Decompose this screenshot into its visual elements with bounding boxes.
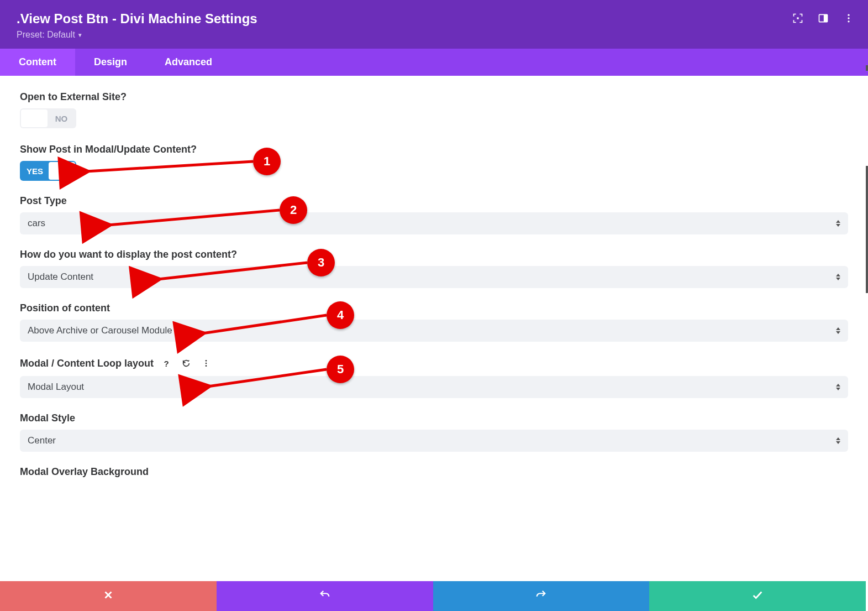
close-icon — [102, 589, 114, 603]
svg-point-7 — [206, 363, 207, 364]
more-options-icon[interactable] — [199, 356, 213, 370]
sort-arrows-icon — [836, 327, 840, 334]
annotation-callout-3: 3 — [307, 249, 335, 276]
redo-icon — [535, 589, 547, 603]
svg-rect-0 — [797, 17, 798, 19]
label-modal-style: Modal Style — [20, 412, 848, 424]
label-loop-layout-text: Modal / Content Loop layout — [20, 358, 154, 369]
svg-point-4 — [848, 17, 849, 19]
help-icon[interactable]: ? — [159, 356, 173, 370]
toggle-label-no: NO — [48, 114, 75, 123]
tab-design[interactable]: Design — [75, 49, 146, 76]
label-icons: ? — [159, 356, 213, 370]
label-loop-layout: Modal / Content Loop layout ? — [20, 356, 848, 370]
select-display-how[interactable]: Update Content — [20, 266, 848, 288]
sort-arrows-icon — [836, 437, 840, 444]
annotation-callout-4: 4 — [327, 301, 354, 329]
select-value: Modal Layout — [28, 382, 84, 392]
redo-button[interactable] — [433, 581, 650, 611]
label-display-how: How do you want to display the post cont… — [20, 249, 848, 260]
label-show-modal: Show Post in Modal/Update Content? — [20, 144, 848, 155]
preset-dropdown[interactable]: Preset: Default ▼ — [17, 30, 83, 40]
undo-button[interactable] — [217, 581, 433, 611]
annotation-callout-1: 1 — [253, 148, 281, 175]
field-display-how: How do you want to display the post cont… — [20, 249, 848, 288]
preset-label: Preset: Default — [17, 30, 75, 40]
header-actions — [792, 12, 855, 24]
toggle-knob — [49, 162, 75, 180]
svg-point-6 — [206, 360, 207, 362]
cancel-button[interactable] — [0, 581, 217, 611]
panel-toggle-icon[interactable] — [817, 12, 829, 24]
undo-icon — [319, 589, 331, 603]
caret-down-icon: ▼ — [77, 32, 83, 38]
settings-title: .View Post Btn - Divi Machine Settings — [17, 11, 851, 27]
tab-advanced[interactable]: Advanced — [146, 49, 231, 76]
settings-content: Open to External Site? NO Show Post in M… — [0, 76, 868, 575]
select-value: Center — [28, 435, 56, 446]
select-value: Above Archive or Carousel Module — [28, 325, 172, 336]
field-show-modal: Show Post in Modal/Update Content? YES — [20, 144, 848, 181]
settings-footer — [0, 581, 866, 611]
field-modal-style: Modal Style Center — [20, 412, 848, 452]
reset-icon[interactable] — [179, 356, 193, 370]
scroll-indicator — [866, 65, 868, 71]
annotation-callout-2: 2 — [280, 196, 307, 224]
select-value: Update Content — [28, 271, 93, 282]
svg-rect-2 — [824, 14, 828, 22]
toggle-open-external[interactable]: NO — [20, 108, 76, 128]
label-overlay-bg: Modal Overlay Background — [20, 466, 848, 478]
sort-arrows-icon — [836, 274, 840, 280]
select-modal-style[interactable]: Center — [20, 430, 848, 452]
toggle-label-yes: YES — [21, 166, 49, 176]
sort-arrows-icon — [836, 220, 840, 227]
label-open-external: Open to External Site? — [20, 91, 848, 103]
select-loop-layout[interactable]: Modal Layout — [20, 376, 848, 398]
focus-icon[interactable] — [792, 12, 804, 24]
field-overlay-bg: Modal Overlay Background — [20, 466, 848, 478]
field-post-type: Post Type cars — [20, 195, 848, 234]
select-value: cars — [28, 218, 45, 228]
select-position[interactable]: Above Archive or Carousel Module — [20, 320, 848, 342]
kebab-menu-icon[interactable] — [843, 12, 855, 24]
toggle-knob — [21, 109, 48, 127]
annotation-callout-5: 5 — [327, 356, 354, 383]
settings-tabs: Content Design Advanced — [0, 49, 868, 76]
scroll-indicator — [866, 166, 868, 293]
field-loop-layout: Modal / Content Loop layout ? Modal Layo… — [20, 356, 848, 398]
label-post-type: Post Type — [20, 195, 848, 207]
sort-arrows-icon — [836, 384, 840, 390]
field-open-external: Open to External Site? NO — [20, 91, 848, 129]
svg-point-8 — [206, 365, 207, 367]
svg-point-5 — [848, 20, 849, 22]
toggle-show-modal[interactable]: YES — [20, 161, 76, 181]
tab-content[interactable]: Content — [0, 49, 75, 76]
field-position: Position of content Above Archive or Car… — [20, 302, 848, 342]
settings-header: .View Post Btn - Divi Machine Settings P… — [0, 0, 868, 49]
select-post-type[interactable]: cars — [20, 212, 848, 234]
label-position: Position of content — [20, 302, 848, 314]
check-icon — [751, 589, 764, 603]
save-button[interactable] — [649, 581, 866, 611]
svg-point-3 — [848, 14, 849, 16]
